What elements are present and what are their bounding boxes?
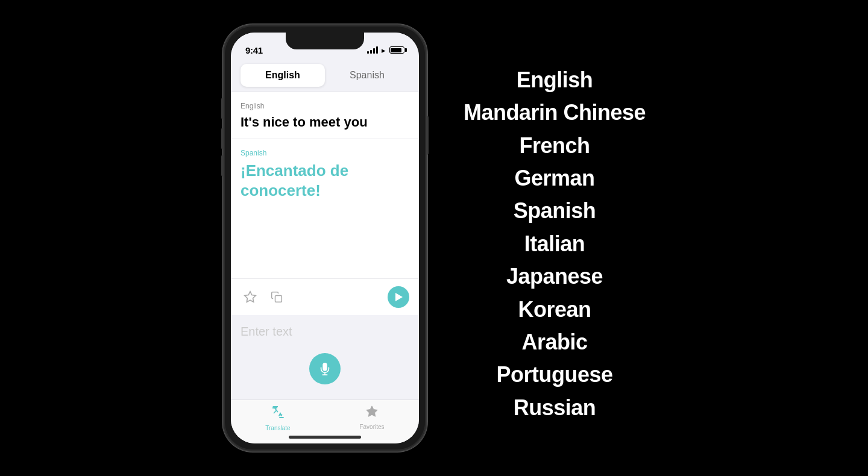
- favorite-icon[interactable]: [241, 287, 260, 307]
- tab-english[interactable]: English: [241, 64, 325, 87]
- signal-bar-3: [373, 48, 375, 54]
- lang-item-korean: Korean: [518, 295, 591, 325]
- source-text: It's nice to meet you: [241, 114, 409, 131]
- favorites-icon: [365, 405, 379, 422]
- copy-icon[interactable]: [267, 287, 286, 307]
- tab-favorites-label: Favorites: [359, 424, 384, 430]
- home-indicator: [289, 436, 361, 439]
- signal-bar-4: [376, 46, 378, 54]
- action-bar: [231, 278, 419, 315]
- wifi-icon: ▸︎: [382, 46, 386, 55]
- translation-area: English It's nice to meet you Spanish ¡E…: [231, 92, 419, 315]
- iphone-wrapper: 9:41 ▸︎: [222, 24, 427, 452]
- lang-item-russian: Russian: [514, 393, 596, 423]
- tab-favorites[interactable]: Favorites: [325, 405, 419, 431]
- language-tabs: English Spanish: [231, 59, 419, 92]
- lang-item-spanish: Spanish: [514, 196, 596, 226]
- lang-item-english: English: [517, 65, 593, 95]
- play-triangle-icon: [395, 293, 403, 301]
- tab-translate-label: Translate: [265, 425, 290, 431]
- mic-button[interactable]: [309, 353, 341, 384]
- lang-item-german: German: [514, 163, 594, 193]
- input-area: Enter text: [231, 315, 419, 399]
- battery-fill: [391, 48, 401, 52]
- translation-section: Spanish ¡Encantado de conocerte!: [231, 139, 419, 278]
- tab-spanish[interactable]: Spanish: [325, 64, 409, 87]
- svg-marker-0: [245, 292, 256, 302]
- lang-item-japanese: Japanese: [506, 261, 603, 292]
- source-section: English It's nice to meet you: [231, 92, 419, 139]
- translate-icon: [271, 405, 285, 423]
- notch: [286, 33, 364, 49]
- main-container: 9:41 ▸︎: [0, 0, 868, 476]
- iphone-frame: 9:41 ▸︎: [222, 24, 427, 452]
- language-list: English Mandarin Chinese French German S…: [464, 65, 646, 423]
- battery-icon: [389, 46, 404, 54]
- status-icons: ▸︎: [367, 46, 404, 55]
- mic-icon: [318, 362, 332, 375]
- lang-item-french: French: [519, 131, 590, 161]
- lang-item-portuguese: Portuguese: [496, 360, 612, 390]
- source-lang-label: English: [241, 102, 409, 110]
- translated-text: ¡Encantado de conocerte!: [241, 161, 409, 202]
- signal-bars-icon: [367, 46, 378, 54]
- tab-translate[interactable]: Translate: [231, 405, 325, 431]
- enter-text-placeholder[interactable]: Enter text: [241, 325, 292, 339]
- lang-item-mandarin: Mandarin Chinese: [464, 98, 646, 128]
- iphone-screen: 9:41 ▸︎: [231, 33, 419, 443]
- signal-bar-1: [367, 51, 369, 54]
- svg-marker-2: [366, 406, 377, 416]
- svg-rect-1: [275, 296, 281, 302]
- lang-item-arabic: Arabic: [521, 327, 587, 357]
- signal-bar-2: [370, 50, 372, 54]
- play-button[interactable]: [388, 286, 409, 308]
- status-time: 9:41: [245, 45, 263, 55]
- translated-lang-label: Spanish: [241, 149, 409, 157]
- lang-item-italian: Italian: [524, 229, 585, 259]
